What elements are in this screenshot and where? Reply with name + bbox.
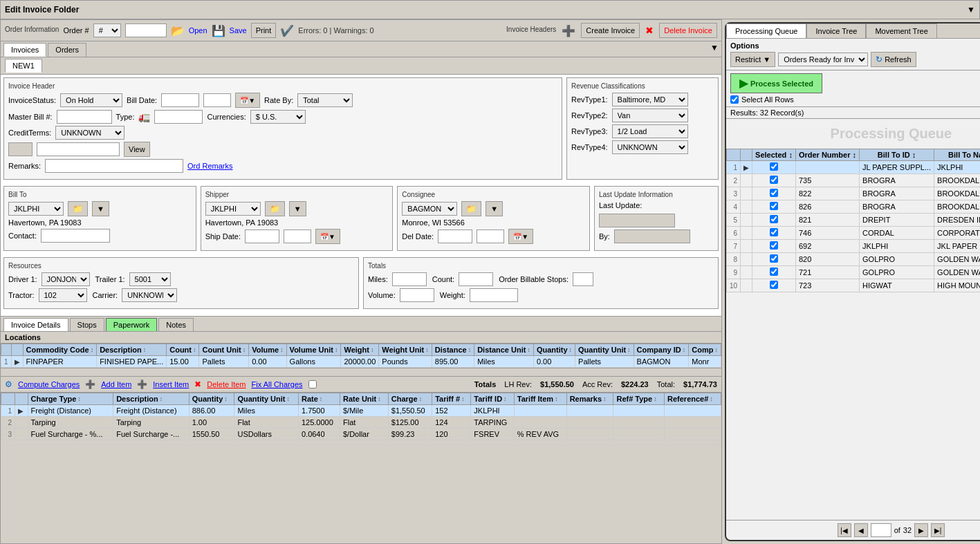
charge-expand[interactable] bbox=[15, 417, 28, 429]
revtype4-select[interactable]: UNKNOWN bbox=[612, 140, 688, 154]
col-commodity-code[interactable]: Commodity Code ↕ bbox=[23, 344, 97, 356]
save-link[interactable]: Save bbox=[230, 26, 247, 35]
credit-terms-select[interactable]: UNKNOWN bbox=[55, 126, 124, 140]
charges-row[interactable]: 2 Tarping Tarping 1.00 Flat 125.0000 Fla… bbox=[1, 417, 721, 429]
charge-col-rate-unit[interactable]: Rate Unit ↕ bbox=[340, 393, 389, 405]
rp-row-expand[interactable] bbox=[741, 240, 752, 253]
col-count-unit[interactable]: Count Unit ↕ bbox=[199, 344, 249, 356]
rp-row-expand[interactable] bbox=[741, 200, 752, 214]
create-invoice-btn[interactable]: Create Invoice bbox=[581, 23, 640, 38]
charge-col-ref-type[interactable]: Ref# Type ↕ bbox=[613, 393, 665, 405]
print-btn[interactable]: Print bbox=[251, 23, 277, 38]
revtype1-select[interactable]: Baltimore, MD bbox=[612, 93, 688, 106]
charge-expand[interactable]: ▶ bbox=[15, 405, 28, 417]
title-bar-close[interactable]: ▼ bbox=[967, 5, 975, 15]
charge-col-desc[interactable]: Description ↕ bbox=[113, 393, 189, 405]
trailer1-select[interactable]: 5001 bbox=[129, 272, 171, 286]
tractor-select[interactable]: 102 bbox=[39, 288, 87, 302]
charges-row[interactable]: 1 ▶ Freight (Distance) Freight (Distance… bbox=[1, 405, 721, 417]
col-weight-unit[interactable]: Weight Unit ↕ bbox=[379, 344, 432, 356]
count-input[interactable]: 15.00 bbox=[459, 272, 493, 286]
rp-row-expand[interactable] bbox=[741, 214, 752, 227]
rp-table-row[interactable]: 8 820 GOLPRO GOLDEN WAY IN... AAAEVE bbox=[726, 253, 980, 266]
charge-col-qty-unit[interactable]: Quantity Unit ↕ bbox=[234, 393, 299, 405]
shipper-arrow-btn[interactable]: ▼ bbox=[289, 201, 306, 216]
ship-date-cal-btn[interactable]: 📅▼ bbox=[315, 229, 340, 244]
current-page-input[interactable]: 1 bbox=[871, 523, 891, 537]
add-item-link[interactable]: Add Item bbox=[101, 380, 131, 388]
tab-invoices[interactable]: Invoices bbox=[3, 43, 46, 57]
revtype3-select[interactable]: 1/2 Load bbox=[612, 124, 688, 138]
rp-row-selected[interactable] bbox=[752, 279, 796, 292]
rp-table-row[interactable]: 5 821 DREPIT DRESDEN INDUS... UNKNOW bbox=[726, 214, 980, 227]
prev-page-btn[interactable]: ◀ bbox=[854, 523, 868, 537]
del-date-input[interactable]: 04/29/ bbox=[438, 229, 472, 243]
rp-row-selected[interactable] bbox=[752, 253, 796, 266]
next-page-btn[interactable]: ▶ bbox=[914, 523, 928, 537]
rp-tab-invoice-tree[interactable]: Invoice Tree bbox=[806, 24, 866, 38]
weight-input[interactable]: 20000 LBS bbox=[470, 288, 518, 302]
rp-row-expand[interactable] bbox=[741, 279, 752, 292]
rp-row-expand[interactable] bbox=[741, 187, 752, 200]
order-billable-input[interactable]: 2 bbox=[573, 272, 593, 286]
charge-col-rate[interactable]: Rate ↕ bbox=[298, 393, 340, 405]
order-type-select[interactable]: # bbox=[93, 24, 121, 37]
rp-tab-movement-tree[interactable]: Movement Tree bbox=[866, 24, 936, 38]
locations-scrollbar[interactable] bbox=[1, 368, 721, 376]
insert-item-link[interactable]: Insert Item bbox=[153, 380, 189, 388]
rp-table-container[interactable]: Selected ↕ Order Number ↕ Bill To ID ↕ B… bbox=[726, 149, 980, 292]
rp-col-order-num[interactable]: Order Number ↕ bbox=[795, 149, 859, 161]
process-selected-btn[interactable]: ▶ Process Selected bbox=[730, 73, 822, 93]
rp-table-row[interactable]: 3 822 BROGRA BROOKDALE AUT... UNKNOW bbox=[726, 187, 980, 200]
del-time-input[interactable]: 10:30 bbox=[477, 229, 504, 243]
rp-row-expand[interactable] bbox=[741, 266, 752, 279]
rp-row-selected[interactable] bbox=[752, 227, 796, 240]
revtype2-select[interactable]: Van bbox=[612, 109, 688, 122]
col-count[interactable]: Count ↕ bbox=[167, 344, 199, 356]
ref-value-input[interactable] bbox=[37, 142, 120, 156]
col-description[interactable]: Description ↕ bbox=[97, 344, 167, 356]
rp-row-selected[interactable] bbox=[752, 266, 796, 279]
rp-table-row[interactable]: 2 735 BROGRA BROOKDALE AUT... ORCSM bbox=[726, 174, 980, 187]
rp-row-selected[interactable] bbox=[752, 240, 796, 253]
refresh-btn[interactable]: ↻ Refresh bbox=[871, 52, 916, 67]
bill-date-input[interactable]: 07/05/ bbox=[161, 93, 199, 107]
rp-row-expand[interactable] bbox=[741, 174, 752, 187]
rp-row-selected[interactable] bbox=[752, 214, 796, 227]
rp-tab-processing-queue[interactable]: Processing Queue bbox=[726, 24, 807, 38]
charge-col-type[interactable]: Charge Type ↕ bbox=[28, 393, 113, 405]
compute-charges-link[interactable]: Compute Charges bbox=[18, 380, 80, 388]
open-link[interactable]: Open bbox=[189, 26, 207, 35]
col-weight[interactable]: Weight ↕ bbox=[341, 344, 379, 356]
delete-item-link[interactable]: Delete Item bbox=[207, 380, 246, 388]
orders-ready-select[interactable]: Orders Ready for Invoic bbox=[778, 53, 868, 66]
rp-table-row[interactable]: 7 692 JKLPHI JKL PAPER SUPPL... JKLPHI bbox=[726, 240, 980, 253]
rp-table-row[interactable]: 4 826 BROGRA BROOKDALE AUT... UNKNOW bbox=[726, 200, 980, 214]
rp-row-selected[interactable] bbox=[752, 161, 796, 174]
rp-row-expand[interactable] bbox=[741, 253, 752, 266]
charge-expand[interactable] bbox=[15, 429, 28, 440]
volume-input[interactable]: 0 GAL bbox=[400, 288, 434, 302]
col-comp[interactable]: Comp ↕ bbox=[689, 344, 721, 356]
first-page-btn[interactable]: |◀ bbox=[838, 523, 851, 537]
charge-col-tariff-item[interactable]: Tariff Item ↕ bbox=[514, 393, 566, 405]
rp-table-row[interactable]: 6 746 CORDAL CORPORATE OFF... CORDAL bbox=[726, 227, 980, 240]
tab-paperwork[interactable]: Paperwork bbox=[106, 318, 158, 331]
charge-col-tariff-id[interactable]: Tariff ID ↕ bbox=[471, 393, 514, 405]
col-company-id[interactable]: Company ID ↕ bbox=[634, 344, 689, 356]
active-invoice-tab[interactable]: NEW1 bbox=[5, 59, 42, 73]
rp-col-bill-to-id[interactable]: Bill To ID ↕ bbox=[860, 149, 934, 161]
invoice-status-select[interactable]: On Hold bbox=[60, 93, 122, 107]
bill-to-arrow-btn[interactable]: ▼ bbox=[92, 201, 109, 216]
ship-time-input[interactable]: 09:00 bbox=[284, 229, 311, 243]
shipper-select[interactable]: JKLPHI bbox=[205, 202, 261, 216]
rp-table-row[interactable]: 10 723 HIGWAT HIGH MOUNTAIN... HIGWOT bbox=[726, 279, 980, 292]
type-input[interactable]: Linehaul bbox=[154, 110, 203, 124]
charge-col-qty[interactable]: Quantity ↕ bbox=[189, 393, 234, 405]
charges-row[interactable]: 3 Fuel Surcharge - %... Fuel Surcharge -… bbox=[1, 429, 721, 440]
col-volume-unit[interactable]: Volume Unit ↕ bbox=[286, 344, 341, 356]
tab-orders[interactable]: Orders bbox=[48, 43, 86, 57]
charge-col-tariff-num[interactable]: Tariff # ↕ bbox=[432, 393, 471, 405]
locations-row[interactable]: 1 ▶ FINPAPER FINISHED PAPE... 15.00 Pall… bbox=[1, 356, 721, 368]
rp-col-bill-to-name[interactable]: Bill To Name ↕ bbox=[934, 149, 980, 161]
